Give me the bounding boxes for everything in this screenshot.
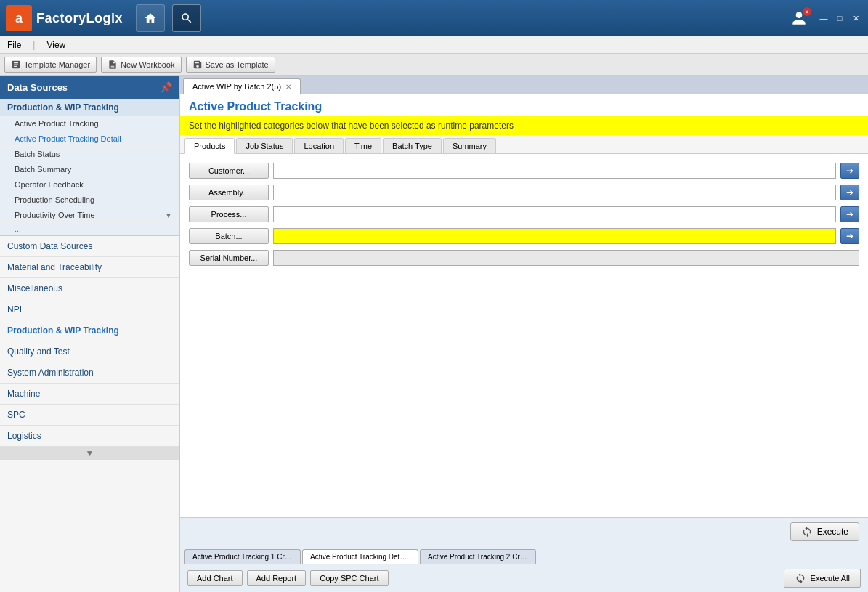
sidebar-category-quality-test[interactable]: Quality and Test (0, 341, 179, 362)
main-layout: Data Sources 📌 Production & WIP Tracking… (0, 76, 868, 592)
filter-btn-0[interactable]: Customer... (189, 163, 269, 179)
close-button[interactable]: ✕ (849, 12, 862, 25)
report-tab-job-status[interactable]: Job Status (236, 138, 293, 153)
file-menu[interactable]: File (4, 38, 24, 52)
filter-arrow-3[interactable]: ➔ (840, 228, 859, 244)
view-menu[interactable]: View (44, 38, 68, 52)
workbook-tab-1[interactable]: Active Product Tracking Detail 1 Criteri… (302, 549, 418, 564)
sidebar-item-operator-feedback[interactable]: Operator Feedback (0, 177, 179, 192)
sidebar-category-custom-data-sources[interactable]: Custom Data Sources (0, 236, 179, 257)
report-tab-time[interactable]: Time (345, 138, 381, 153)
tab-active-wip[interactable]: Active WIP by Batch 2(5) ✕ (183, 78, 301, 94)
filter-rows: Customer...➔Assembly...➔Process...➔Batch… (189, 163, 859, 266)
sidebar-category-logistics[interactable]: Logistics (0, 426, 179, 447)
report-tabs: Products Job Status Location Time Batch … (180, 135, 868, 154)
user-badge: x (803, 7, 811, 16)
sidebar-item-batch-status[interactable]: Batch Status (0, 147, 179, 162)
menu-separator: | (33, 40, 35, 50)
sidebar-category-system-administration[interactable]: System Administration (0, 362, 179, 384)
sidebar-category-material-traceability[interactable]: Material and Traceability (0, 257, 179, 278)
sidebar-header: Data Sources 📌 (0, 76, 179, 99)
toolbar: Template Manager New Workbook Save as Te… (0, 54, 868, 76)
add-report-button[interactable]: Add Report (247, 570, 307, 586)
report-tab-summary[interactable]: Summary (443, 138, 496, 153)
sidebar-item-productivity-over-time[interactable]: Productivity Over Time ▼ (0, 208, 179, 223)
sidebar-item-production-scheduling[interactable]: Production Scheduling (0, 192, 179, 208)
maximize-button[interactable]: □ (833, 12, 846, 25)
filter-form: Customer...➔Assembly...➔Process...➔Batch… (180, 154, 868, 517)
titlebar: a FactoryLogix x — □ ✕ (0, 0, 868, 36)
pin-icon[interactable]: 📌 (160, 81, 172, 93)
filter-row-0: Customer...➔ (189, 163, 859, 179)
execute-all-button[interactable]: Execute All (784, 569, 861, 588)
save-as-template-button[interactable]: Save as Template (186, 57, 275, 73)
filter-input-3[interactable] (273, 228, 836, 244)
workbook-tab-2[interactable]: Active Product Tracking 2 Criteria (420, 549, 536, 564)
filter-arrow-2[interactable]: ➔ (840, 206, 859, 222)
filter-btn-3[interactable]: Batch... (189, 228, 269, 244)
action-bar: Add Chart Add Report Copy SPC Chart Exec… (180, 564, 868, 592)
expanded-section: Production & WIP Tracking Active Product… (0, 99, 179, 236)
app-logo: a (6, 5, 32, 31)
minimize-button[interactable]: — (817, 12, 830, 25)
sidebar: Data Sources 📌 Production & WIP Tracking… (0, 76, 180, 592)
sidebar-item-batch-summary[interactable]: Batch Summary (0, 162, 179, 177)
app-title: FactoryLogix (36, 11, 123, 26)
sidebar-item-active-product-tracking[interactable]: Active Product Tracking (0, 116, 179, 131)
home-button[interactable] (136, 4, 165, 32)
execute-bar: Execute (180, 517, 868, 546)
template-manager-button[interactable]: Template Manager (4, 57, 97, 73)
sidebar-categories: Custom Data Sources Material and Traceab… (0, 236, 179, 447)
copy-spc-chart-button[interactable]: Copy SPC Chart (310, 570, 388, 586)
section-production-tracking[interactable]: Production & WIP Tracking (0, 99, 179, 116)
report-hint: Set the highlighted categories below tha… (180, 116, 868, 135)
search-button[interactable] (172, 4, 201, 32)
titlebar-right: x — □ ✕ (790, 9, 862, 28)
filter-btn-1[interactable]: Assembly... (189, 185, 269, 200)
sidebar-category-machine[interactable]: Machine (0, 384, 179, 405)
filter-row-3: Batch...➔ (189, 228, 859, 244)
tab-close-icon[interactable]: ✕ (285, 83, 291, 91)
sidebar-more-items: ... (0, 223, 179, 235)
tab-bar: Active WIP by Batch 2(5) ✕ (180, 76, 868, 94)
filter-row-4: Serial Number... (189, 250, 859, 266)
sidebar-category-production-wip-tracking[interactable]: Production & WIP Tracking (0, 320, 179, 341)
sidebar-category-miscellaneous[interactable]: Miscellaneous (0, 278, 179, 299)
user-menu[interactable]: x (790, 9, 808, 28)
sidebar-scroll-down[interactable]: ▼ (0, 447, 179, 460)
report-tab-location[interactable]: Location (294, 138, 344, 153)
workbook-tab-0[interactable]: Active Product Tracking 1 Criteria (184, 549, 301, 564)
filter-btn-4[interactable]: Serial Number... (189, 250, 269, 266)
report-title-bar: Active Product Tracking (180, 94, 868, 116)
execute-button[interactable]: Execute (790, 522, 859, 541)
filter-input-4 (273, 250, 859, 266)
sidebar-item-active-product-tracking-detail[interactable]: Active Product Tracking Detail (0, 131, 179, 147)
sidebar-category-npi[interactable]: NPI (0, 299, 179, 320)
filter-btn-2[interactable]: Process... (189, 206, 269, 222)
filter-input-1[interactable] (273, 185, 836, 200)
report-title: Active Product Tracking (189, 100, 859, 113)
content-area: Active WIP by Batch 2(5) ✕ Active Produc… (180, 76, 868, 592)
new-workbook-button[interactable]: New Workbook (101, 57, 181, 73)
workbook-tabs: Active Product Tracking 1 Criteria Activ… (180, 546, 868, 564)
report-tab-batch-type[interactable]: Batch Type (383, 138, 442, 153)
report-tab-products[interactable]: Products (184, 138, 235, 154)
filter-input-2[interactable] (273, 206, 836, 222)
filter-input-0[interactable] (273, 163, 836, 179)
report-panel: Active Product Tracking Set the highligh… (180, 94, 868, 546)
filter-row-2: Process...➔ (189, 206, 859, 222)
menubar: File | View (0, 36, 868, 54)
add-chart-button[interactable]: Add Chart (187, 570, 243, 586)
filter-arrow-1[interactable]: ➔ (840, 185, 859, 200)
sidebar-category-spc[interactable]: SPC (0, 405, 179, 426)
filter-arrow-0[interactable]: ➔ (840, 163, 859, 179)
filter-row-1: Assembly...➔ (189, 185, 859, 200)
